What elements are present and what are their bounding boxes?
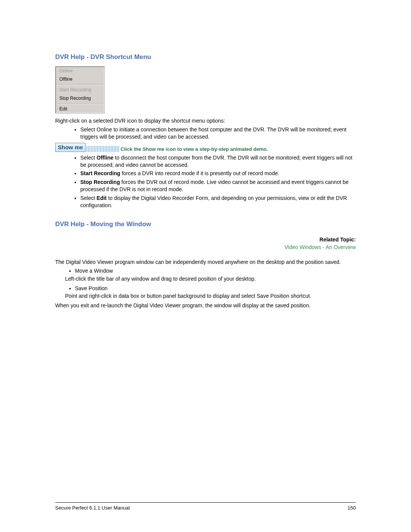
text: Select (80, 195, 97, 201)
bold-text: Start Recording (80, 170, 120, 176)
related-topic-link[interactable]: Video Windows - An Overview (55, 244, 356, 250)
text: forces the DVR out of record mode. Live … (80, 179, 349, 192)
menu-item-start-recording: Start Recording (56, 86, 104, 94)
bullet-list: Save Position (55, 285, 356, 292)
footer-manual-title: Secure Perfect 6.1.1 User Manual (55, 505, 130, 511)
bold-text: Edit (97, 195, 107, 201)
show-me-stripes-icon (86, 146, 119, 152)
bold-text: Stop Recording (80, 179, 120, 185)
section-heading-moving-window: DVR Help - Moving the Window (55, 220, 356, 228)
menu-item-online: Online (56, 67, 104, 75)
paragraph: Left-click the title bar of any window a… (55, 275, 356, 283)
menu-separator (56, 103, 104, 104)
bullet-list: Select Online to initiate a connection b… (55, 126, 356, 141)
footer-page-number: 150 (347, 505, 356, 511)
paragraph: Right-click on a selected DVR icon to di… (55, 117, 356, 125)
show-me-button[interactable]: Show me (55, 143, 86, 152)
bullet-list: Move a Window (55, 267, 356, 275)
section-heading-shortcut-menu: DVR Help - DVR Shortcut Menu (55, 53, 356, 61)
text: to disconnect the host computer from the… (80, 155, 352, 168)
related-topic-label: Related Topic: (320, 236, 356, 243)
show-me-caption: Click the Show me icon to view a step-by… (121, 146, 268, 152)
list-item: Select Edit to display the Digital Video… (80, 195, 356, 209)
bullet-list: Select Offline to disconnect the host co… (55, 154, 356, 209)
text: Select (80, 155, 97, 161)
list-item: Stop Recording forces the DVR out of rec… (80, 179, 356, 193)
list-item: Save Position (75, 285, 356, 292)
list-item: Select Offline to disconnect the host co… (80, 154, 356, 169)
bold-text: Offline (97, 155, 113, 161)
menu-item-offline: Offline (56, 75, 104, 83)
list-item: Select Online to initiate a connection b… (80, 126, 356, 141)
paragraph: When you exit and re-launch the Digital … (55, 302, 356, 309)
list-item: Move a Window (75, 267, 356, 275)
list-item: Start Recording forces a DVR into record… (80, 170, 356, 177)
context-menu-screenshot: Online Offline Start Recording Stop Reco… (55, 66, 105, 113)
paragraph: The Digital Video Viewer program window … (55, 259, 356, 266)
related-topic-block: Related Topic: Video Windows - An Overvi… (55, 236, 356, 250)
page-footer: Secure Perfect 6.1.1 User Manual 150 (55, 502, 356, 511)
text: forces a DVR into record mode if it is p… (120, 170, 279, 176)
menu-separator (56, 84, 104, 85)
document-page: DVR Help - DVR Shortcut Menu Online Offl… (0, 0, 411, 532)
paragraph: Point and right-click in data box or but… (55, 292, 356, 300)
text: to display the Digital Video Recorder Fo… (80, 195, 347, 208)
menu-item-stop-recording: Stop Recording (56, 94, 104, 102)
menu-item-edit: Edit (56, 105, 104, 113)
show-me-row: Show me Click the Show me icon to view a… (55, 143, 356, 152)
